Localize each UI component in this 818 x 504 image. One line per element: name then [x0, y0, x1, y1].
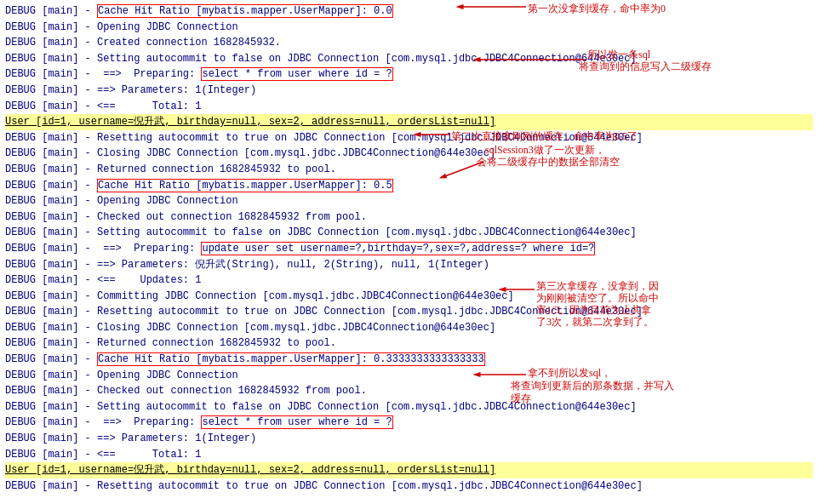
log-line-l27: DEBUG [main] - ==> Preparing: select * f…: [5, 415, 813, 431]
log-line-l30: User [id=1, username=倪升武, birthday=null,…: [5, 462, 813, 478]
log-container: DEBUG [main] - Cache Hit Ratio [mybatis.…: [0, 0, 818, 497]
log-line-l6: DEBUG [main] - ==> Parameters: 1(Integer…: [5, 83, 813, 99]
log-line-l18: DEBUG [main] - <== Updates: 1: [5, 272, 813, 289]
log-line-l23: DEBUG [main] - Cache Hit Ratio [mybatis.…: [5, 352, 813, 368]
log-line-l29: DEBUG [main] - <== Total: 1: [5, 447, 813, 463]
log-line-l25: DEBUG [main] - Checked out connection 16…: [5, 383, 813, 399]
log-line-l19: DEBUG [main] - Committing JDBC Connectio…: [5, 289, 813, 305]
log-line-l10: DEBUG [main] - Closing JDBC Connection […: [5, 146, 813, 162]
log-line-l2: DEBUG [main] - Opening JDBC Connection: [5, 20, 813, 36]
log-line-l5: DEBUG [main] - ==> Preparing: select * f…: [5, 66, 813, 83]
log-line-l14: DEBUG [main] - Checked out connection 16…: [5, 209, 813, 226]
log-line-l17: DEBUG [main] - ==> Parameters: 倪升武(Strin…: [5, 257, 813, 273]
log-line-l4: DEBUG [main] - Setting autocommit to fal…: [5, 51, 813, 67]
log-line-l22: DEBUG [main] - Returned connection 16828…: [5, 335, 813, 352]
log-line-l12: DEBUG [main] - Cache Hit Ratio [mybatis.…: [5, 178, 813, 194]
log-line-l3: DEBUG [main] - Created connection 168284…: [5, 35, 813, 51]
log-line-l15: DEBUG [main] - Setting autocommit to fal…: [5, 225, 813, 241]
log-line-l21: DEBUG [main] - Closing JDBC Connection […: [5, 320, 813, 336]
log-line-l20: DEBUG [main] - Resetting autocommit to t…: [5, 304, 813, 320]
log-line-l13: DEBUG [main] - Opening JDBC Connection: [5, 193, 813, 209]
log-line-l26: DEBUG [main] - Setting autocommit to fal…: [5, 399, 813, 415]
log-line-l16: DEBUG [main] - ==> Preparing: update use…: [5, 241, 813, 257]
log-line-l9: DEBUG [main] - Resetting autocommit to t…: [5, 130, 813, 146]
log-line-l11: DEBUG [main] - Returned connection 16828…: [5, 162, 813, 178]
log-line-l7: DEBUG [main] - <== Total: 1: [5, 99, 813, 115]
log-line-l28: DEBUG [main] - ==> Parameters: 1(Integer…: [5, 431, 813, 447]
log-line-l1: DEBUG [main] - Cache Hit Ratio [mybatis.…: [5, 3, 813, 20]
log-line-l8: User [id=1, username=倪升武, birthday=null,…: [5, 114, 813, 130]
log-line-l24: DEBUG [main] - Opening JDBC Connection: [5, 368, 813, 384]
log-line-l31: DEBUG [main] - Resetting autocommit to t…: [5, 478, 813, 495]
